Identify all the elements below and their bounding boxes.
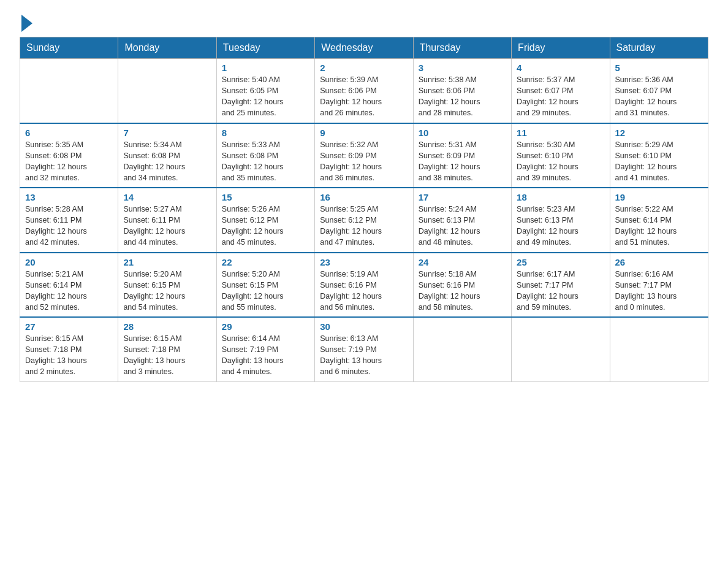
day-number: 24 <box>419 257 506 267</box>
day-number: 6 <box>25 128 113 138</box>
day-info: Sunrise: 5:24 AM Sunset: 6:13 PM Dayligh… <box>419 204 506 248</box>
calendar-cell: 25Sunrise: 6:17 AM Sunset: 7:17 PM Dayli… <box>512 253 610 318</box>
day-info: Sunrise: 5:32 AM Sunset: 6:09 PM Dayligh… <box>320 139 408 184</box>
day-info: Sunrise: 5:21 AM Sunset: 6:14 PM Dayligh… <box>25 269 113 313</box>
day-info: Sunrise: 6:17 AM Sunset: 7:17 PM Dayligh… <box>517 269 604 313</box>
calendar-cell: 5Sunrise: 5:36 AM Sunset: 6:07 PM Daylig… <box>610 59 708 123</box>
calendar-cell: 8Sunrise: 5:33 AM Sunset: 6:08 PM Daylig… <box>216 123 314 188</box>
day-number: 18 <box>517 192 604 202</box>
calendar-week-row: 20Sunrise: 5:21 AM Sunset: 6:14 PM Dayli… <box>20 253 708 318</box>
calendar-week-row: 6Sunrise: 5:35 AM Sunset: 6:08 PM Daylig… <box>20 123 708 188</box>
calendar-cell <box>20 59 118 123</box>
weekday-header-friday: Friday <box>512 37 610 59</box>
calendar-cell: 12Sunrise: 5:29 AM Sunset: 6:10 PM Dayli… <box>610 123 708 188</box>
day-number: 20 <box>25 257 113 267</box>
day-info: Sunrise: 5:23 AM Sunset: 6:13 PM Dayligh… <box>517 204 604 248</box>
day-info: Sunrise: 6:16 AM Sunset: 7:17 PM Dayligh… <box>615 269 703 313</box>
day-number: 23 <box>320 257 408 267</box>
calendar-header-row: SundayMondayTuesdayWednesdayThursdayFrid… <box>20 37 708 59</box>
day-info: Sunrise: 5:20 AM Sunset: 6:15 PM Dayligh… <box>123 269 211 313</box>
day-info: Sunrise: 5:31 AM Sunset: 6:09 PM Dayligh… <box>419 139 506 184</box>
weekday-header-saturday: Saturday <box>610 37 708 59</box>
day-info: Sunrise: 5:20 AM Sunset: 6:15 PM Dayligh… <box>222 269 309 313</box>
day-number: 25 <box>517 257 604 267</box>
day-info: Sunrise: 5:37 AM Sunset: 6:07 PM Dayligh… <box>517 74 604 119</box>
calendar-cell: 14Sunrise: 5:27 AM Sunset: 6:11 PM Dayli… <box>118 188 216 253</box>
calendar-cell <box>512 317 610 381</box>
calendar-cell: 10Sunrise: 5:31 AM Sunset: 6:09 PM Dayli… <box>413 123 511 188</box>
calendar-cell: 22Sunrise: 5:20 AM Sunset: 6:15 PM Dayli… <box>216 253 314 318</box>
day-info: Sunrise: 6:15 AM Sunset: 7:18 PM Dayligh… <box>25 333 113 378</box>
weekday-header-wednesday: Wednesday <box>315 37 413 59</box>
calendar-cell: 24Sunrise: 5:18 AM Sunset: 6:16 PM Dayli… <box>413 253 511 318</box>
logo-triangle-icon <box>21 15 32 32</box>
calendar-table: SundayMondayTuesdayWednesdayThursdayFrid… <box>20 37 708 382</box>
calendar-cell: 7Sunrise: 5:34 AM Sunset: 6:08 PM Daylig… <box>118 123 216 188</box>
day-info: Sunrise: 6:15 AM Sunset: 7:18 PM Dayligh… <box>123 333 211 378</box>
day-number: 19 <box>615 192 703 202</box>
day-info: Sunrise: 5:40 AM Sunset: 6:05 PM Dayligh… <box>222 74 309 119</box>
day-info: Sunrise: 5:39 AM Sunset: 6:06 PM Dayligh… <box>320 74 408 119</box>
calendar-cell: 26Sunrise: 6:16 AM Sunset: 7:17 PM Dayli… <box>610 253 708 318</box>
day-info: Sunrise: 5:19 AM Sunset: 6:16 PM Dayligh… <box>320 269 408 313</box>
day-number: 8 <box>222 128 309 138</box>
day-info: Sunrise: 5:33 AM Sunset: 6:08 PM Dayligh… <box>222 139 309 184</box>
calendar-cell: 3Sunrise: 5:38 AM Sunset: 6:06 PM Daylig… <box>413 59 511 123</box>
day-number: 2 <box>320 63 408 73</box>
page-header <box>20 15 708 29</box>
day-number: 28 <box>123 321 211 332</box>
calendar-week-row: 13Sunrise: 5:28 AM Sunset: 6:11 PM Dayli… <box>20 188 708 253</box>
day-info: Sunrise: 5:18 AM Sunset: 6:16 PM Dayligh… <box>419 269 506 313</box>
day-number: 22 <box>222 257 309 267</box>
day-number: 17 <box>419 192 506 202</box>
day-number: 13 <box>25 192 113 202</box>
day-info: Sunrise: 5:26 AM Sunset: 6:12 PM Dayligh… <box>222 204 309 248</box>
calendar-cell: 1Sunrise: 5:40 AM Sunset: 6:05 PM Daylig… <box>216 59 314 123</box>
day-info: Sunrise: 5:35 AM Sunset: 6:08 PM Dayligh… <box>25 139 113 184</box>
calendar-cell: 28Sunrise: 6:15 AM Sunset: 7:18 PM Dayli… <box>118 317 216 381</box>
calendar-cell: 13Sunrise: 5:28 AM Sunset: 6:11 PM Dayli… <box>20 188 118 253</box>
day-number: 14 <box>123 192 211 202</box>
calendar-cell: 6Sunrise: 5:35 AM Sunset: 6:08 PM Daylig… <box>20 123 118 188</box>
day-info: Sunrise: 5:28 AM Sunset: 6:11 PM Dayligh… <box>25 204 113 248</box>
day-number: 30 <box>320 321 408 332</box>
calendar-cell <box>118 59 216 123</box>
calendar-cell: 16Sunrise: 5:25 AM Sunset: 6:12 PM Dayli… <box>315 188 413 253</box>
day-number: 1 <box>222 63 309 73</box>
calendar-cell: 23Sunrise: 5:19 AM Sunset: 6:16 PM Dayli… <box>315 253 413 318</box>
day-info: Sunrise: 6:13 AM Sunset: 7:19 PM Dayligh… <box>320 333 408 378</box>
calendar-cell: 30Sunrise: 6:13 AM Sunset: 7:19 PM Dayli… <box>315 317 413 381</box>
weekday-header-sunday: Sunday <box>20 37 118 59</box>
day-number: 5 <box>615 63 703 73</box>
calendar-cell <box>610 317 708 381</box>
day-number: 12 <box>615 128 703 138</box>
calendar-cell: 11Sunrise: 5:30 AM Sunset: 6:10 PM Dayli… <box>512 123 610 188</box>
day-number: 16 <box>320 192 408 202</box>
calendar-cell: 19Sunrise: 5:22 AM Sunset: 6:14 PM Dayli… <box>610 188 708 253</box>
calendar-cell <box>413 317 511 381</box>
day-info: Sunrise: 5:36 AM Sunset: 6:07 PM Dayligh… <box>615 74 703 119</box>
day-info: Sunrise: 5:38 AM Sunset: 6:06 PM Dayligh… <box>419 74 506 119</box>
day-number: 9 <box>320 128 408 138</box>
logo <box>20 15 32 29</box>
weekday-header-thursday: Thursday <box>413 37 511 59</box>
day-number: 15 <box>222 192 309 202</box>
day-number: 11 <box>517 128 604 138</box>
day-info: Sunrise: 5:27 AM Sunset: 6:11 PM Dayligh… <box>123 204 211 248</box>
day-info: Sunrise: 5:30 AM Sunset: 6:10 PM Dayligh… <box>517 139 604 184</box>
day-number: 3 <box>419 63 506 73</box>
day-info: Sunrise: 6:14 AM Sunset: 7:19 PM Dayligh… <box>222 333 309 378</box>
calendar-cell: 21Sunrise: 5:20 AM Sunset: 6:15 PM Dayli… <box>118 253 216 318</box>
calendar-cell: 27Sunrise: 6:15 AM Sunset: 7:18 PM Dayli… <box>20 317 118 381</box>
day-info: Sunrise: 5:29 AM Sunset: 6:10 PM Dayligh… <box>615 139 703 184</box>
calendar-cell: 2Sunrise: 5:39 AM Sunset: 6:06 PM Daylig… <box>315 59 413 123</box>
calendar-cell: 17Sunrise: 5:24 AM Sunset: 6:13 PM Dayli… <box>413 188 511 253</box>
calendar-week-row: 1Sunrise: 5:40 AM Sunset: 6:05 PM Daylig… <box>20 59 708 123</box>
day-number: 21 <box>123 257 211 267</box>
calendar-cell: 18Sunrise: 5:23 AM Sunset: 6:13 PM Dayli… <box>512 188 610 253</box>
calendar-week-row: 27Sunrise: 6:15 AM Sunset: 7:18 PM Dayli… <box>20 317 708 381</box>
day-number: 26 <box>615 257 703 267</box>
day-number: 4 <box>517 63 604 73</box>
calendar-cell: 9Sunrise: 5:32 AM Sunset: 6:09 PM Daylig… <box>315 123 413 188</box>
day-number: 29 <box>222 321 309 332</box>
